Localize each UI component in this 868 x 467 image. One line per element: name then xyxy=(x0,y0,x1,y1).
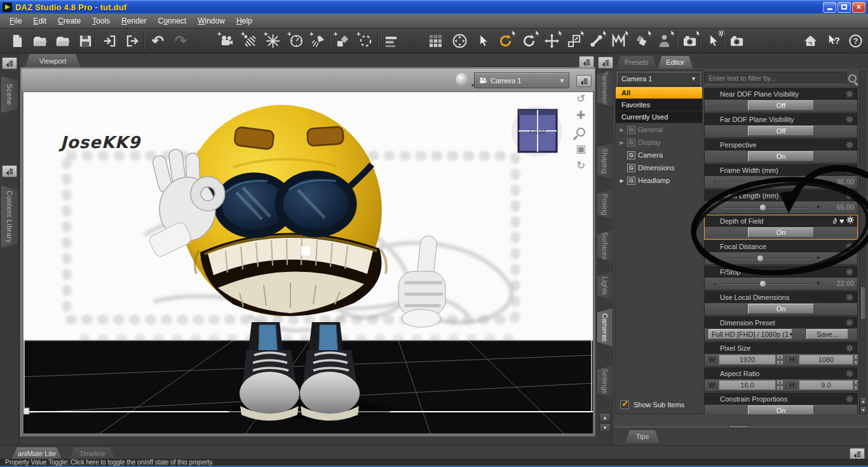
slider-minus[interactable]: - xyxy=(714,203,716,210)
open-file-button[interactable] xyxy=(29,30,50,51)
tree-item-general[interactable]: ▶GGeneral xyxy=(616,123,702,136)
figure-setup-tool[interactable] xyxy=(654,30,675,51)
width-spinner[interactable]: ▲▼ xyxy=(776,380,783,390)
tab-shaping[interactable]: Shaping xyxy=(597,143,613,179)
viewport-pane-menu-icon[interactable] xyxy=(579,56,594,68)
frame-handle[interactable] xyxy=(24,408,29,414)
list-item-all[interactable]: All xyxy=(616,87,702,99)
tab-editor[interactable]: Editor xyxy=(658,56,693,69)
redo-button[interactable]: ↷ xyxy=(170,30,191,51)
tab-lights[interactable]: Lights xyxy=(597,272,613,300)
surface-selection-tool[interactable] xyxy=(631,30,652,51)
joint-editor-tool[interactable] xyxy=(586,30,607,51)
save-file-button[interactable] xyxy=(75,30,96,51)
menu-render[interactable]: Render xyxy=(116,15,152,27)
tab-tips[interactable]: Tips xyxy=(625,430,660,443)
tab-timeline[interactable]: Timeline xyxy=(69,447,116,459)
drawstyle-sphere-icon[interactable] xyxy=(456,73,469,86)
expand-arrow-icon[interactable]: ▶ xyxy=(619,127,625,133)
menu-window[interactable]: Window xyxy=(192,15,231,27)
slider-track[interactable] xyxy=(724,258,810,259)
scroll-down-icon[interactable]: ▼ xyxy=(860,406,867,414)
right-pane-menu-icon[interactable] xyxy=(598,57,613,69)
viewport-canvas[interactable]: JoseKK9 xyxy=(24,92,593,433)
slider-value[interactable]: 36.00 xyxy=(822,178,854,186)
geometry-editor-tool[interactable] xyxy=(608,30,629,51)
tree-item-headlamp[interactable]: ▶GHeadlamp xyxy=(616,174,702,187)
create-primitive-button[interactable]: + xyxy=(332,30,353,51)
toggle-button[interactable]: Off xyxy=(748,100,814,111)
expand-arrow-icon[interactable]: ▶ xyxy=(619,178,625,184)
tab-surfaces[interactable]: Surfaces xyxy=(597,230,613,262)
daz-connect-home-button[interactable] xyxy=(800,30,821,51)
width-field[interactable]: 16.0 xyxy=(719,380,776,390)
close-button[interactable]: × xyxy=(852,2,865,13)
tab-presets[interactable]: Presets xyxy=(616,56,656,69)
slider-minus[interactable]: - xyxy=(714,177,716,185)
rotate-tool-active[interactable] xyxy=(495,30,516,51)
slider-plus[interactable]: + xyxy=(817,279,820,287)
tree-item-display[interactable]: ▶GDisplay xyxy=(616,136,702,149)
scene-outline-button[interactable] xyxy=(381,30,402,51)
search-icon[interactable] xyxy=(848,74,857,83)
list-item-currently-used[interactable]: Currently Used xyxy=(616,111,702,123)
slider-thumb[interactable] xyxy=(759,204,766,211)
menu-help[interactable]: Help xyxy=(231,15,258,27)
slider-minus[interactable]: - xyxy=(714,279,716,287)
scroll-up-icon[interactable]: ▲ xyxy=(860,397,867,405)
height-spinner[interactable]: ▲▼ xyxy=(854,380,858,390)
pan-icon[interactable]: ✚ xyxy=(576,110,585,121)
slider-track[interactable] xyxy=(724,182,810,183)
zoom-icon[interactable] xyxy=(576,128,585,137)
key-icon[interactable]: ∂ xyxy=(833,217,837,226)
help-button[interactable] xyxy=(845,30,866,51)
export-button[interactable] xyxy=(122,30,143,51)
menu-tools[interactable]: Tools xyxy=(86,15,116,27)
height-field[interactable]: 1080 xyxy=(799,355,853,365)
viewport-camera-select[interactable]: Camera 1 ▼ xyxy=(474,72,569,88)
tab-settings[interactable]: Settings xyxy=(597,365,613,397)
camera-tool[interactable] xyxy=(679,30,700,51)
slider-plus[interactable]: + xyxy=(817,254,820,261)
sidebar-tab-content-library[interactable]: Content Library xyxy=(1,186,18,248)
filter-input[interactable] xyxy=(704,72,846,85)
height-spinner[interactable]: ▲▼ xyxy=(854,355,858,365)
open-recent-button[interactable] xyxy=(52,30,73,51)
properties-scrollbar[interactable]: ▲ ▼ xyxy=(859,70,867,414)
animate-panel-button[interactable] xyxy=(425,30,446,51)
slider-track[interactable] xyxy=(724,283,810,285)
tab-posing[interactable]: Posing xyxy=(597,189,613,219)
width-field[interactable]: 1920 xyxy=(719,355,776,365)
tree-item-camera[interactable]: GCamera xyxy=(616,149,702,161)
slider-value[interactable]: 65.00 xyxy=(822,203,854,211)
toggle-button[interactable]: On xyxy=(748,405,814,414)
toggle-button[interactable]: On xyxy=(748,304,814,314)
create-camera-button[interactable]: + xyxy=(216,30,237,51)
minimize-button[interactable] xyxy=(823,2,836,13)
orbit-icon[interactable]: ↺ xyxy=(576,93,585,104)
scale-tool[interactable] xyxy=(564,30,585,51)
heart-icon[interactable]: ♥ xyxy=(839,217,844,226)
save-button[interactable]: Save... xyxy=(806,329,848,339)
viewport-tab[interactable]: Viewport xyxy=(25,54,81,67)
tab-scroll-up-icon[interactable]: ▲ xyxy=(599,413,611,422)
create-null-button[interactable]: + xyxy=(355,30,376,51)
toggle-button[interactable]: On xyxy=(748,227,814,238)
frame-icon[interactable]: ▣ xyxy=(576,144,586,154)
view-cube[interactable]: Front xyxy=(512,106,562,157)
tab-parameters[interactable]: Parameters xyxy=(597,70,613,107)
create-spotlight-button[interactable]: + xyxy=(308,30,329,51)
show-sub-items-checkbox[interactable]: ✓ xyxy=(620,400,629,409)
height-field[interactable]: 9.0 xyxy=(799,380,853,390)
rotate-tool[interactable] xyxy=(519,30,539,51)
slider-thumb[interactable] xyxy=(759,280,766,287)
menu-edit[interactable]: Edit xyxy=(27,15,52,27)
new-file-button[interactable] xyxy=(6,30,27,51)
slider-plus[interactable]: + xyxy=(817,177,820,185)
menu-file[interactable]: File xyxy=(4,15,27,27)
gear-icon[interactable] xyxy=(846,216,854,226)
menu-connect[interactable]: Connect xyxy=(152,15,192,27)
scrollbar-thumb[interactable] xyxy=(860,287,866,320)
menu-create[interactable]: Create xyxy=(52,15,86,27)
tab-scroll-down-icon[interactable]: ▼ xyxy=(599,423,611,432)
